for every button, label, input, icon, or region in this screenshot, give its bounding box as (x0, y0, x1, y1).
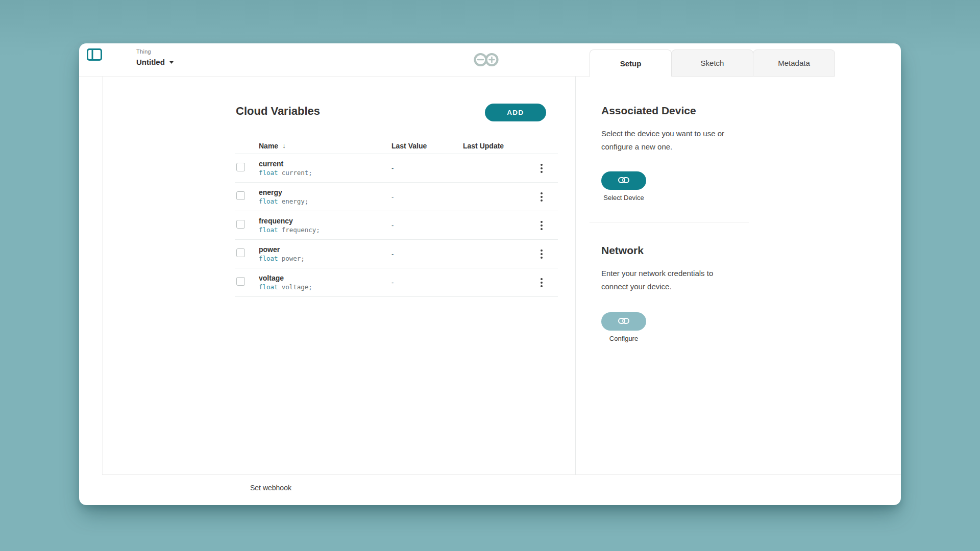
table-row[interactable]: power floatpower; - (235, 240, 558, 268)
row-checkbox[interactable] (236, 277, 245, 286)
thing-name-dropdown[interactable]: Untitled (136, 58, 174, 66)
last-value: - (391, 193, 463, 201)
arrow-down-icon: ↓ (282, 142, 286, 149)
variable-name: power (259, 246, 391, 253)
variable-name: energy (259, 189, 391, 196)
tab-metadata[interactable]: Metadata (753, 49, 835, 77)
thing-card: Thing Untitled Setup Sketch Metadata Clo… (79, 43, 901, 505)
footer-separator (102, 474, 901, 475)
kebab-icon[interactable] (538, 219, 545, 232)
variable-name: voltage (259, 274, 391, 282)
set-webhook-link[interactable]: Set webhook (250, 484, 291, 492)
variable-name: frequency (259, 217, 391, 224)
row-checkbox[interactable] (236, 220, 245, 229)
tab-setup[interactable]: Setup (590, 49, 672, 77)
column-header-last-update: Last Update (463, 142, 534, 154)
last-value: - (391, 250, 463, 258)
last-value: - (391, 221, 463, 229)
panel-toggle-button[interactable] (86, 48, 103, 62)
left-strip-underline (79, 76, 102, 77)
variable-declaration: floatenergy; (259, 198, 391, 205)
row-checkbox[interactable] (236, 191, 245, 200)
associated-device-title: Associated Device (601, 105, 696, 117)
variable-declaration: floatvoltage; (259, 284, 391, 291)
network-title: Network (601, 244, 644, 257)
associated-device-description: Select the device you want to use or con… (601, 127, 734, 154)
content-panel-divider (575, 77, 576, 474)
tab-sketch[interactable]: Sketch (671, 49, 753, 77)
thing-name: Untitled (136, 58, 165, 66)
table-header-row: Name ↓ Last Value Last Update (235, 138, 558, 154)
page-background: { "colors": { "page_background": "#7fb3b… (0, 0, 980, 551)
last-value: - (391, 279, 463, 286)
kebab-icon[interactable] (538, 162, 545, 175)
variable-declaration: floatcurrent; (259, 170, 391, 177)
table-row[interactable]: current floatcurrent; - (235, 154, 558, 183)
kebab-icon[interactable] (538, 276, 545, 289)
thing-tabs: Setup Sketch Metadata (590, 49, 835, 77)
table-row[interactable]: energy floatenergy; - (235, 183, 558, 211)
thing-label: Thing (136, 48, 174, 55)
column-header-name[interactable]: Name ↓ (259, 142, 391, 154)
row-checkbox[interactable] (236, 248, 245, 257)
last-value: - (391, 164, 463, 172)
configure-network-button[interactable] (601, 312, 646, 331)
column-header-last-value: Last Value (391, 142, 463, 154)
left-strip-divider (102, 76, 103, 474)
link-icon (618, 177, 629, 185)
page-title: Cloud Variables (236, 105, 320, 118)
arduino-infinity-icon (472, 52, 504, 69)
select-device-button[interactable] (601, 171, 646, 190)
variables-table: Name ↓ Last Value Last Update current fl… (235, 138, 558, 297)
add-variable-button[interactable]: ADD (485, 104, 546, 121)
variable-declaration: floatfrequency; (259, 227, 391, 234)
variable-name: current (259, 160, 391, 167)
network-description: Enter your network credentials to connec… (601, 267, 724, 293)
row-checkbox[interactable] (236, 163, 245, 171)
thing-title-block: Thing Untitled (136, 48, 174, 66)
caret-down-icon (169, 61, 174, 64)
select-device-label: Select Device (601, 194, 646, 202)
panel-left-icon (87, 48, 102, 62)
kebab-icon[interactable] (538, 190, 545, 204)
link-icon (618, 318, 629, 325)
configure-label: Configure (601, 335, 646, 342)
panel-section-divider (590, 222, 749, 222)
header-bottom-border (102, 76, 590, 77)
table-row[interactable]: voltage floatvoltage; - (235, 268, 558, 297)
kebab-icon[interactable] (538, 247, 545, 261)
table-row[interactable]: frequency floatfrequency; - (235, 211, 558, 240)
variable-declaration: floatpower; (259, 256, 391, 262)
